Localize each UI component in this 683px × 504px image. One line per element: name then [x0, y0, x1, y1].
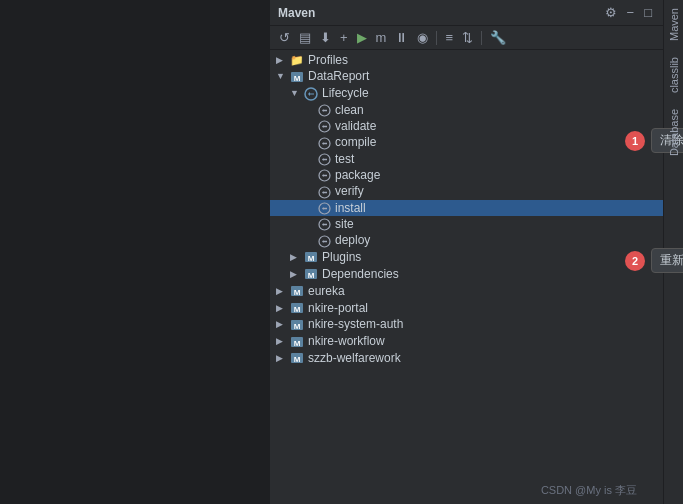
tree-arrow[interactable]: ▶ [276, 286, 290, 296]
tree-item-nkire-system-auth[interactable]: ▶Mnkire-system-auth [270, 316, 663, 333]
tree-arrow[interactable]: ▶ [276, 55, 290, 65]
tree-item-deploy[interactable]: deploy [270, 232, 663, 248]
tree-label-datareport: DataReport [308, 69, 369, 83]
tree-item-profiles[interactable]: ▶📁Profiles [270, 52, 663, 68]
tree-label-compile: compile [335, 135, 376, 149]
tree-arrow[interactable]: ▶ [276, 336, 290, 346]
tree-label-szzb-welfarework: szzb-welfarework [308, 351, 401, 365]
callout-2: 2重新编译 [625, 248, 683, 273]
tree-item-dependencies[interactable]: ▶MDependencies [270, 265, 663, 282]
tab-classlib[interactable]: classlib [665, 49, 683, 101]
tree-item-icon-lifecycle [304, 86, 318, 101]
tree-arrow[interactable]: ▼ [276, 71, 290, 81]
tree-item-icon-install [318, 201, 331, 215]
maven-header: Maven ⚙ − □ [270, 0, 663, 26]
tree-item-nkire-workflow[interactable]: ▶Mnkire-workflow [270, 333, 663, 350]
tree-item-icon-compile [318, 135, 331, 149]
callout-number-1: 1 [625, 131, 645, 151]
tree-item-icon-eureka: M [290, 283, 304, 298]
tree-label-clean: clean [335, 103, 364, 117]
tree-item-icon-verify [318, 184, 331, 198]
wrench-btn[interactable]: 🔧 [487, 29, 509, 46]
tree-item-icon-validate [318, 119, 331, 133]
tree-label-package: package [335, 168, 380, 182]
tree-arrow[interactable]: ▶ [290, 252, 304, 262]
download-btn[interactable]: ⬇ [317, 29, 334, 46]
svg-text:M: M [294, 74, 301, 83]
list-btn[interactable]: ≡ [442, 29, 456, 46]
maven-btn[interactable]: m [373, 29, 390, 46]
tree-label-plugins: Plugins [322, 250, 361, 264]
left-panel [0, 0, 270, 504]
tree-item-compile[interactable]: compile [270, 134, 663, 150]
tree-label-nkire-portal: nkire-portal [308, 301, 368, 315]
run-btn[interactable]: ▶ [354, 29, 370, 46]
toggle-btn[interactable]: ◉ [414, 29, 431, 46]
tree-label-lifecycle: Lifecycle [322, 86, 369, 100]
tree-arrow[interactable]: ▶ [276, 303, 290, 313]
tree-container[interactable]: ▶📁Profiles▼MDataReport▼Lifecyclecleanval… [270, 50, 663, 504]
tree-label-install: install [335, 201, 366, 215]
tree-item-plugins[interactable]: ▶MPlugins [270, 249, 663, 266]
tree-item-szzb-welfarework[interactable]: ▶Mszzb-welfarework [270, 350, 663, 367]
tree-label-validate: validate [335, 119, 376, 133]
tree-item-package[interactable]: package [270, 167, 663, 183]
maven-title: Maven [278, 6, 315, 20]
expand-icon[interactable]: □ [641, 4, 655, 21]
sort-btn[interactable]: ⇅ [459, 29, 476, 46]
tree-item-clean[interactable]: clean [270, 102, 663, 118]
tree-item-icon-profiles: 📁 [290, 54, 304, 67]
toolbar: ↺ ▤ ⬇ + ▶ m ⏸ ◉ ≡ ⇅ 🔧 [270, 26, 663, 50]
svg-text:M: M [294, 339, 301, 348]
tab-database[interactable]: Database [665, 101, 683, 164]
tree-arrow[interactable]: ▶ [290, 269, 304, 279]
maven-panel: Maven ⚙ − □ ↺ ▤ ⬇ + ▶ m ⏸ ◉ ≡ ⇅ 🔧 ▶📁Prof… [270, 0, 663, 504]
tree-item-test[interactable]: test [270, 151, 663, 167]
minimize-icon[interactable]: − [624, 4, 638, 21]
tree-arrow[interactable]: ▶ [276, 319, 290, 329]
tree-item-icon-deploy [318, 233, 331, 247]
tree-item-icon-datareport: M [290, 69, 304, 84]
collapse-btn[interactable]: ▤ [296, 29, 314, 46]
tree-item-icon-plugins: M [304, 250, 318, 265]
tree-label-nkire-workflow: nkire-workflow [308, 334, 385, 348]
tree-item-icon-clean [318, 103, 331, 117]
callout-number-2: 2 [625, 251, 645, 271]
tree-item-validate[interactable]: validate [270, 118, 663, 134]
tree-arrow[interactable]: ▶ [276, 353, 290, 363]
svg-text:M: M [308, 254, 315, 263]
separator2 [481, 31, 482, 45]
tree-item-datareport[interactable]: ▼MDataReport [270, 68, 663, 85]
svg-text:M: M [294, 305, 301, 314]
tree-item-icon-nkire-portal: M [290, 300, 304, 315]
header-icons: ⚙ − □ [602, 4, 655, 21]
refresh-btn[interactable]: ↺ [276, 29, 293, 46]
settings-icon[interactable]: ⚙ [602, 4, 620, 21]
callout-text-2: 重新编译 [651, 248, 683, 273]
tree-label-dependencies: Dependencies [322, 267, 399, 281]
add-btn[interactable]: + [337, 29, 351, 46]
tree-label-profiles: Profiles [308, 53, 348, 67]
tree-label-site: site [335, 217, 354, 231]
tree-label-verify: verify [335, 184, 364, 198]
svg-text:M: M [294, 322, 301, 331]
tree-arrow[interactable]: ▼ [290, 88, 304, 98]
svg-text:M: M [294, 288, 301, 297]
tab-maven[interactable]: Maven [665, 0, 683, 49]
tree-item-icon-package [318, 168, 331, 182]
tree-item-icon-test [318, 152, 331, 166]
separator [436, 31, 437, 45]
svg-text:M: M [294, 355, 301, 364]
tree-item-icon-nkire-workflow: M [290, 334, 304, 349]
tree-item-eureka[interactable]: ▶Meureka [270, 282, 663, 299]
svg-text:M: M [308, 271, 315, 280]
tree-item-site[interactable]: site [270, 216, 663, 232]
tree-item-lifecycle[interactable]: ▼Lifecycle [270, 85, 663, 102]
tree-item-nkire-portal[interactable]: ▶Mnkire-portal [270, 299, 663, 316]
tree-label-eureka: eureka [308, 284, 345, 298]
tree-item-icon-dependencies: M [304, 266, 318, 281]
tree-item-install[interactable]: install [270, 200, 663, 216]
pause-btn[interactable]: ⏸ [392, 29, 411, 46]
tree-item-icon-szzb-welfarework: M [290, 351, 304, 366]
tree-item-verify[interactable]: verify [270, 183, 663, 199]
